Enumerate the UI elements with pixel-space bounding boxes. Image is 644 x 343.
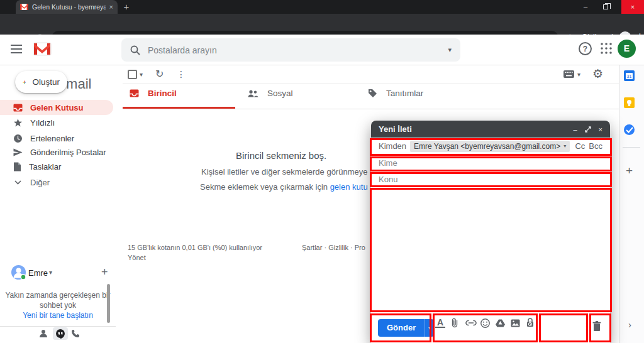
compose-body-area[interactable] xyxy=(371,187,610,313)
storage-quota-text: 15 GB'lık kotanın 0,01 GB'ı (%0) kullanı… xyxy=(128,244,262,251)
subject-input[interactable] xyxy=(379,175,602,184)
sidebar-item-more[interactable]: Diğer xyxy=(0,175,113,190)
restore-icon xyxy=(603,4,608,9)
sidebar-item-inbox[interactable]: Gelen Kutusu xyxy=(0,100,113,115)
star-icon xyxy=(13,118,23,128)
send-split-button: Gönder ▾ xyxy=(378,319,434,337)
toolbar-divider xyxy=(123,83,619,84)
tab-label: Sosyal xyxy=(267,89,293,98)
more-actions-kebab-icon[interactable]: ⋮ xyxy=(177,69,186,79)
calendar-day-number: 31 xyxy=(627,74,632,79)
contacts-icon[interactable] xyxy=(39,329,48,338)
compose-header[interactable]: Yeni İleti – × xyxy=(371,121,610,138)
tab-primary[interactable]: Birincil xyxy=(130,89,177,98)
cc-toggle[interactable]: Cc xyxy=(575,141,585,151)
insert-link-icon[interactable] xyxy=(465,320,475,326)
insert-photo-icon[interactable] xyxy=(511,319,521,327)
manage-storage-link[interactable]: Yönet xyxy=(128,254,146,261)
apps-grid-icon[interactable] xyxy=(601,43,612,54)
clock-icon xyxy=(13,134,23,143)
sidebar-item-label: Taslaklar xyxy=(29,162,61,172)
insert-emoji-icon[interactable] xyxy=(480,318,491,328)
compose-to-row xyxy=(371,155,610,172)
side-panel-collapse-icon[interactable]: › xyxy=(628,319,631,330)
calendar-icon[interactable]: 31 xyxy=(624,70,635,81)
compose-popout-icon[interactable] xyxy=(585,126,591,133)
legal-links[interactable]: Şartlar · Gizlilik · Pro xyxy=(302,244,365,251)
gmail-logo-icon[interactable] xyxy=(33,41,52,57)
search-bar[interactable]: ▾ xyxy=(121,38,460,62)
tab-title: Gelen Kutusu - byemreyavsan@g xyxy=(32,3,106,11)
promotions-tab-tag-icon xyxy=(368,89,377,98)
search-input[interactable] xyxy=(148,45,440,55)
window-minimize-button[interactable]: – xyxy=(576,0,595,14)
chat-scrollbar[interactable] xyxy=(107,284,110,323)
compose-minimize-icon[interactable]: – xyxy=(573,126,577,133)
refresh-icon[interactable]: ↻ xyxy=(155,68,164,80)
tasks-icon[interactable] xyxy=(624,124,635,135)
input-tools-caret-icon[interactable]: ▾ xyxy=(577,71,580,78)
hamburger-menu-icon[interactable] xyxy=(11,45,22,53)
chat-empty-line1: Yakın zamanda gerçekleşen bir xyxy=(0,290,116,300)
from-address-chip[interactable]: Emre Yavşan <byemreyavsan@gmail.com> ▾ xyxy=(410,141,570,152)
compose-button[interactable]: Oluştur xyxy=(15,71,67,93)
chat-user-name[interactable]: Emre xyxy=(28,268,48,278)
input-tools-icon[interactable] xyxy=(564,70,574,78)
browser-tab[interactable]: Gelen Kutusu - byemreyavsan@g × xyxy=(16,0,118,14)
start-chat-link[interactable]: Yeni bir tane başlatın xyxy=(0,310,116,320)
tab-promotions[interactable]: Tanıtımlar xyxy=(368,89,423,98)
formatting-options-icon[interactable]: A xyxy=(435,318,445,328)
sidebar-item-snoozed[interactable]: Ertelenenler xyxy=(0,131,113,146)
sidebar-item-sent[interactable]: Gönderilmiş Postalar xyxy=(0,144,113,160)
profile-avatar[interactable]: E xyxy=(618,40,636,58)
send-button[interactable]: Gönder xyxy=(378,319,425,337)
sidebar-item-label: Ertelenenler xyxy=(30,134,74,143)
inbox-settings-link[interactable]: gelen kutu xyxy=(330,182,368,192)
select-all-checkbox[interactable] xyxy=(128,70,137,79)
gmail-header: Gmail ▾ ? E xyxy=(0,35,644,65)
empty-state-line3-text: Sekme eklemek veya çıkarmak için xyxy=(200,182,330,192)
attach-file-icon[interactable] xyxy=(450,318,460,328)
insert-drive-icon[interactable] xyxy=(496,319,506,327)
window-close-button[interactable]: × xyxy=(621,0,644,14)
chat-empty-state: Yakın zamanda gerçekleşen bir sohbet yok… xyxy=(0,290,116,320)
sidebar-item-drafts[interactable]: Taslaklar xyxy=(0,159,113,174)
search-options-caret-icon[interactable]: ▾ xyxy=(448,46,452,54)
send-icon xyxy=(13,148,23,156)
chat-user-caret-icon[interactable]: ▾ xyxy=(49,269,52,276)
primary-tab-inbox-icon xyxy=(130,89,139,97)
social-tab-people-icon xyxy=(248,90,258,97)
gmail-incognito-window: Gelen Kutusu - byemreyavsan@g × + – × ← … xyxy=(0,0,644,343)
tab-label: Birincil xyxy=(148,89,177,98)
hangouts-icon[interactable] xyxy=(56,329,65,339)
keep-icon[interactable] xyxy=(624,97,635,108)
help-icon[interactable]: ? xyxy=(579,42,592,55)
compose-close-icon[interactable]: × xyxy=(599,126,602,133)
search-icon[interactable] xyxy=(130,45,140,55)
browser-navbar: ← → ↻ mail.google.com/mail/u/0/?tab=wm&o… xyxy=(0,14,644,35)
sidebar-item-starred[interactable]: Yıldızlı xyxy=(0,115,113,130)
discard-draft-trash-icon[interactable] xyxy=(592,321,601,332)
sidebar-divider xyxy=(0,326,116,327)
confidential-mode-icon[interactable] xyxy=(526,318,536,328)
send-options-caret-icon[interactable]: ▾ xyxy=(425,319,434,337)
tab-social[interactable]: Sosyal xyxy=(248,89,293,98)
compose-more-options-kebab-icon[interactable]: ⋮ xyxy=(582,321,591,331)
new-tab-button[interactable]: + xyxy=(119,0,133,14)
bcc-toggle[interactable]: Bcc xyxy=(589,141,602,151)
compose-footer: Gönder ▾ A xyxy=(371,313,610,343)
get-addons-plus-icon[interactable]: + xyxy=(626,164,633,178)
side-panel-divider xyxy=(623,147,640,148)
compose-from-row[interactable]: Kimden Emre Yavşan <byemreyavsan@gmail.c… xyxy=(371,138,610,155)
compose-title: Yeni İleti xyxy=(379,124,573,134)
to-input[interactable] xyxy=(379,158,602,168)
tab-close-icon[interactable]: × xyxy=(109,3,113,11)
new-chat-plus-icon[interactable]: + xyxy=(101,266,108,279)
compose-subject-row xyxy=(371,172,610,187)
chat-user-avatar[interactable] xyxy=(11,265,26,280)
select-caret-icon[interactable]: ▾ xyxy=(140,71,143,78)
from-label: Kimden xyxy=(379,141,406,151)
phone-icon[interactable] xyxy=(71,329,80,338)
settings-gear-icon[interactable]: ⚙ xyxy=(592,67,603,81)
window-restore-button[interactable] xyxy=(596,0,615,14)
